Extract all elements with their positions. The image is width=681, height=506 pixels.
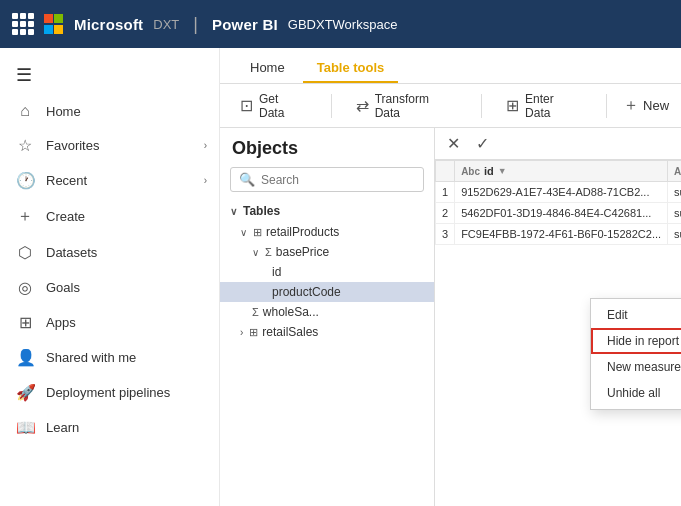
star-icon: ☆ bbox=[16, 136, 34, 155]
cell-pr-3: surfac bbox=[668, 224, 681, 245]
get-data-label: Get Data bbox=[259, 92, 307, 120]
retail-products-label: retailProducts bbox=[266, 225, 339, 239]
pipeline-icon: 🚀 bbox=[16, 383, 34, 402]
ribbon-tabs: Home Table tools bbox=[220, 48, 681, 84]
sidebar-item-pipelines[interactable]: 🚀 Deployment pipelines bbox=[0, 375, 219, 410]
col-id-label: id bbox=[484, 165, 494, 177]
enter-data-label: Enter Data bbox=[525, 92, 582, 120]
tab-home[interactable]: Home bbox=[236, 54, 299, 83]
sidebar-item-create[interactable]: ＋ Create bbox=[0, 198, 219, 235]
sigma-icon-2: Σ bbox=[252, 306, 259, 318]
sidebar-item-datasets[interactable]: ⬡ Datasets bbox=[0, 235, 219, 270]
main-layout: ☰ ⌂ Home ☆ Favorites › 🕐 Recent › ＋ Crea… bbox=[0, 48, 681, 506]
ribbon-divider-3 bbox=[606, 94, 607, 118]
tree-retail-products[interactable]: ∨ ⊞ retailProducts bbox=[220, 222, 434, 242]
transform-label: Transform Data bbox=[375, 92, 457, 120]
new-button[interactable]: ＋ New bbox=[623, 95, 669, 116]
sidebar-label-shared: Shared with me bbox=[46, 350, 136, 365]
row-num: 3 bbox=[436, 224, 455, 245]
tab-table-tools[interactable]: Table tools bbox=[303, 54, 399, 83]
transform-data-button[interactable]: ⇄ Transform Data bbox=[348, 88, 465, 124]
dxt-label: DXT bbox=[153, 17, 179, 32]
dataset-icon: ⬡ bbox=[16, 243, 34, 262]
tables-header[interactable]: ∨ Tables bbox=[220, 200, 434, 222]
sidebar-label-favorites: Favorites bbox=[46, 138, 99, 153]
microsoft-logo bbox=[44, 14, 64, 34]
cell-id-2: 5462DF01-3D19-4846-84E4-C42681... bbox=[455, 203, 668, 224]
tree-base-price[interactable]: ∨ Σ basePrice bbox=[220, 242, 434, 262]
enter-data-icon: ⊞ bbox=[506, 96, 519, 115]
id-label: id bbox=[272, 265, 281, 279]
sidebar: ☰ ⌂ Home ☆ Favorites › 🕐 Recent › ＋ Crea… bbox=[0, 48, 220, 506]
tree-id[interactable]: id bbox=[220, 262, 434, 282]
sidebar-label-create: Create bbox=[46, 209, 85, 224]
workspace-name: GBDXTWorkspace bbox=[288, 17, 398, 32]
sidebar-item-favorites[interactable]: ☆ Favorites › bbox=[0, 128, 219, 163]
tables-expand-icon: ∨ bbox=[230, 206, 237, 217]
sigma-icon: Σ bbox=[265, 246, 272, 258]
brand-divider: | bbox=[193, 14, 198, 35]
col-header-pr[interactable]: Abc pr... bbox=[668, 161, 681, 182]
enter-data-button[interactable]: ⊞ Enter Data bbox=[498, 88, 590, 124]
waffle-menu[interactable] bbox=[12, 13, 34, 35]
abc-icon-pr: Abc bbox=[674, 166, 681, 177]
sidebar-item-learn[interactable]: 📖 Learn bbox=[0, 410, 219, 445]
row-num: 2 bbox=[436, 203, 455, 224]
cell-id-1: 9152D629-A1E7-43E4-AD88-71CB2... bbox=[455, 182, 668, 203]
expand-icon: ∨ bbox=[240, 227, 247, 238]
objects-search-box[interactable]: 🔍 bbox=[230, 167, 424, 192]
cancel-button[interactable]: ✕ bbox=[443, 132, 464, 155]
ctx-unhide-all[interactable]: Unhide all bbox=[591, 380, 681, 406]
search-icon: 🔍 bbox=[239, 172, 255, 187]
goals-icon: ◎ bbox=[16, 278, 34, 297]
body-area: Objects 🔍 ∨ Tables ∨ ⊞ retailProduct bbox=[220, 128, 681, 506]
top-bar: Microsoft DXT | Power BI GBDXTWorkspace bbox=[0, 0, 681, 48]
sidebar-label-goals: Goals bbox=[46, 280, 80, 295]
row-num: 1 bbox=[436, 182, 455, 203]
new-label: New bbox=[643, 98, 669, 113]
sidebar-item-recent[interactable]: 🕐 Recent › bbox=[0, 163, 219, 198]
chevron-icon: › bbox=[204, 140, 207, 151]
sidebar-item-home[interactable]: ⌂ Home bbox=[0, 94, 219, 128]
col-header-id[interactable]: Abc id ▼ bbox=[455, 161, 668, 182]
search-input[interactable] bbox=[261, 173, 415, 187]
tree-retail-sales[interactable]: › ⊞ retailSales bbox=[220, 322, 434, 342]
expand-icon-2: › bbox=[240, 327, 243, 338]
clock-icon: 🕐 bbox=[16, 171, 34, 190]
sidebar-label-datasets: Datasets bbox=[46, 245, 97, 260]
ribbon-divider bbox=[331, 94, 332, 118]
ctx-new-measure[interactable]: New measure bbox=[591, 354, 681, 380]
table-icon: ⊞ bbox=[253, 226, 262, 239]
apps-icon: ⊞ bbox=[16, 313, 34, 332]
home-icon: ⌂ bbox=[16, 102, 34, 120]
data-toolbar: ✕ ✓ bbox=[435, 128, 681, 160]
get-data-button[interactable]: ⊡ Get Data bbox=[232, 88, 315, 124]
cell-id-3: FC9E4FBB-1972-4F61-B6F0-15282C2... bbox=[455, 224, 668, 245]
brand-name: Microsoft bbox=[74, 16, 143, 33]
confirm-button[interactable]: ✓ bbox=[472, 132, 493, 155]
tree-product-code[interactable]: productCode bbox=[220, 282, 434, 302]
tree-whole-sale[interactable]: Σ wholeSa... bbox=[220, 302, 434, 322]
sidebar-item-goals[interactable]: ◎ Goals bbox=[0, 270, 219, 305]
data-table: Abc id ▼ Abc pr... bbox=[435, 160, 681, 245]
tables-section: ∨ Tables ∨ ⊞ retailProducts ∨ Σ basePric… bbox=[220, 200, 434, 342]
sidebar-item-shared[interactable]: 👤 Shared with me bbox=[0, 340, 219, 375]
ribbon-divider-2 bbox=[481, 94, 482, 118]
expand-icon: ∨ bbox=[252, 247, 259, 258]
abc-icon-id: Abc bbox=[461, 166, 480, 177]
learn-icon: 📖 bbox=[16, 418, 34, 437]
transform-icon: ⇄ bbox=[356, 96, 369, 115]
sort-icon: ▼ bbox=[498, 166, 507, 176]
sidebar-label-apps: Apps bbox=[46, 315, 76, 330]
ctx-hide-report-view[interactable]: Hide in report view bbox=[591, 328, 681, 354]
sidebar-label-home: Home bbox=[46, 104, 81, 119]
ribbon-bar: ⊡ Get Data ⇄ Transform Data ⊞ Enter Data… bbox=[220, 84, 681, 128]
sidebar-item-apps[interactable]: ⊞ Apps bbox=[0, 305, 219, 340]
sidebar-label-recent: Recent bbox=[46, 173, 87, 188]
retail-sales-label: retailSales bbox=[262, 325, 318, 339]
ctx-edit[interactable]: Edit bbox=[591, 302, 681, 328]
row-num-header bbox=[436, 161, 455, 182]
data-area: ✕ ✓ Abc id ▼ bbox=[435, 128, 681, 506]
sidebar-label-pipelines: Deployment pipelines bbox=[46, 385, 170, 400]
sidebar-toggle[interactable]: ☰ bbox=[0, 56, 219, 94]
